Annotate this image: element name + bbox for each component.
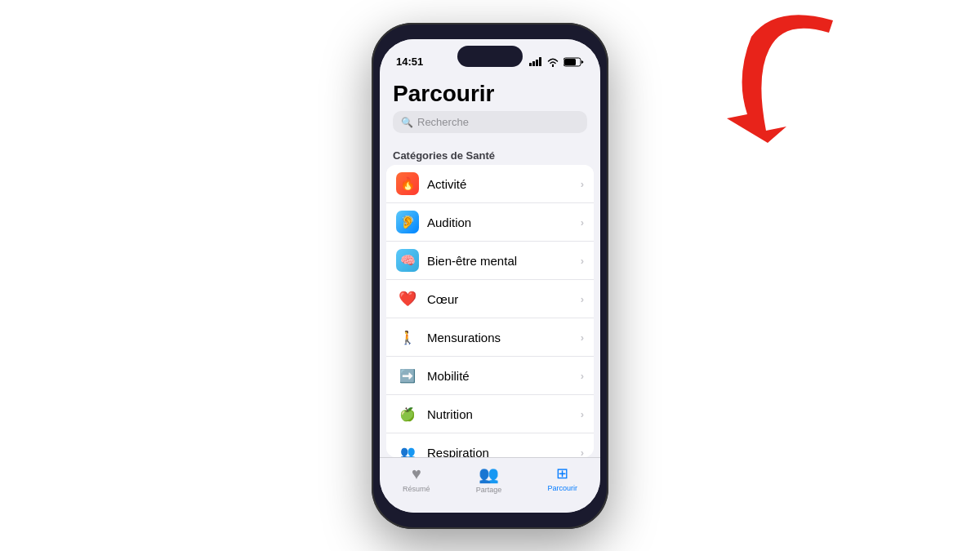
content-area: Parcourir 🔍 Recherche Catégories de Sant…	[380, 75, 600, 457]
chevron-activite: ›	[581, 178, 584, 190]
list-item-activite[interactable]: 🔥 Activité ›	[386, 165, 594, 203]
svg-rect-5	[564, 59, 576, 65]
categories-list: 🔥 Activité › 🦻 Audition › 🧠 Bien-être me…	[386, 165, 594, 456]
status-bar: 14:51	[380, 39, 600, 75]
chevron-mental: ›	[581, 255, 584, 267]
svg-rect-3	[539, 57, 541, 66]
icon-coeur: ❤️	[396, 287, 419, 310]
svg-rect-2	[536, 60, 538, 66]
red-arrow	[702, 12, 882, 176]
svg-rect-0	[529, 63, 532, 66]
search-icon: 🔍	[401, 117, 413, 128]
list-item-respiration[interactable]: 👥 Respiration ›	[386, 433, 594, 456]
list-item-mobilite[interactable]: ➡️ Mobilité ›	[386, 357, 594, 395]
label-activite: Activité	[427, 177, 581, 191]
tab-partage[interactable]: 👥 Partage	[476, 464, 502, 494]
tab-parcourir-label: Parcourir	[547, 484, 577, 492]
chevron-nutrition: ›	[581, 408, 584, 420]
page-title: Parcourir	[393, 82, 587, 107]
tab-partage-label: Partage	[476, 486, 502, 494]
icon-mental: 🧠	[396, 249, 419, 272]
status-time: 14:51	[396, 56, 423, 68]
phone-frame: 14:51	[372, 23, 608, 529]
tab-partage-icon: 👥	[479, 464, 499, 484]
label-mobilite: Mobilité	[427, 369, 581, 383]
list-item-audition[interactable]: 🦻 Audition ›	[386, 203, 594, 242]
label-audition: Audition	[427, 216, 581, 229]
status-icons	[529, 57, 584, 67]
list-item-nutrition[interactable]: 🍏 Nutrition ›	[386, 395, 594, 433]
icon-mobilite: ➡️	[396, 364, 419, 387]
battery-icon	[564, 57, 584, 67]
tab-resume-icon: ♥	[412, 464, 421, 483]
icon-mensurations: 🚶	[396, 326, 419, 349]
svg-rect-1	[532, 61, 535, 66]
list-item-coeur[interactable]: ❤️ Cœur ›	[386, 280, 594, 318]
icon-respiration: 👥	[396, 441, 419, 456]
phone-screen: 14:51	[380, 39, 600, 513]
scene: 14:51	[0, 0, 980, 551]
tab-parcourir-icon: ⊞	[556, 464, 568, 482]
search-input-placeholder: Recherche	[417, 116, 469, 128]
chevron-coeur: ›	[581, 293, 584, 305]
icon-nutrition: 🍏	[396, 402, 419, 425]
icon-activite: 🔥	[396, 172, 419, 195]
signal-icon	[529, 57, 542, 66]
search-bar[interactable]: 🔍 Recherche	[393, 111, 587, 133]
chevron-mobilite: ›	[581, 370, 584, 382]
label-respiration: Respiration	[427, 446, 581, 457]
chevron-respiration: ›	[581, 447, 584, 457]
label-coeur: Cœur	[427, 292, 581, 306]
icon-audition: 🦻	[396, 211, 419, 233]
tab-bar: ♥ Résumé 👥 Partage ⊞ Parcourir	[380, 457, 600, 513]
label-mental: Bien-être mental	[427, 254, 581, 268]
tab-resume[interactable]: ♥ Résumé	[403, 464, 430, 493]
label-nutrition: Nutrition	[427, 407, 581, 421]
chevron-audition: ›	[581, 216, 584, 229]
tab-parcourir[interactable]: ⊞ Parcourir	[547, 464, 577, 492]
label-mensurations: Mensurations	[427, 331, 581, 344]
section-title: Catégories de Santé	[380, 143, 600, 165]
tab-resume-label: Résumé	[403, 485, 430, 493]
list-item-mental[interactable]: 🧠 Bien-être mental ›	[386, 242, 594, 280]
wifi-icon	[546, 57, 559, 67]
chevron-mensurations: ›	[581, 331, 584, 344]
page-header: Parcourir 🔍 Recherche	[380, 75, 600, 144]
list-item-mensurations[interactable]: 🚶 Mensurations ›	[386, 318, 594, 357]
dynamic-island	[457, 46, 523, 67]
